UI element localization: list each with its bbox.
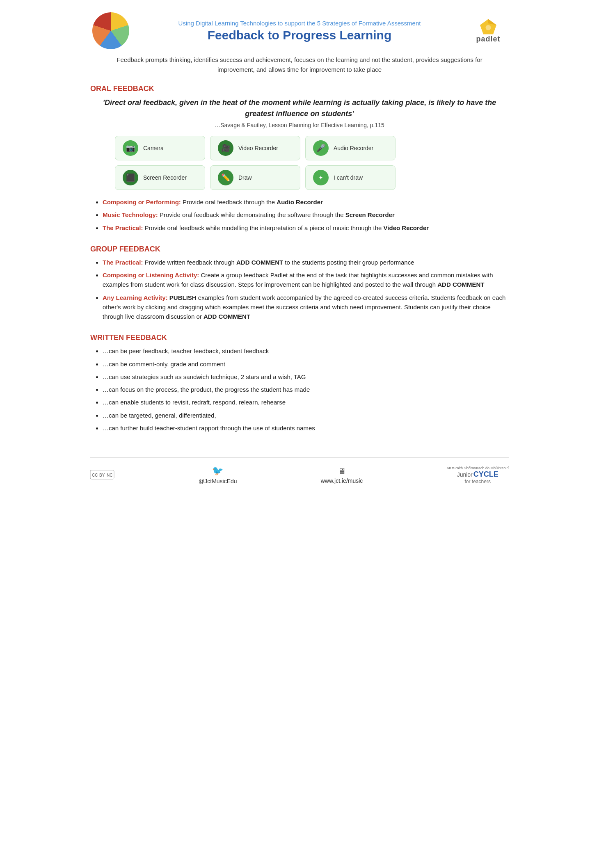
- bullet-highlight: Music Technology:: [103, 211, 158, 218]
- written-feedback-bullets: …can be peer feedback, teacher feedback,…: [103, 346, 509, 433]
- tool-camera-label: Camera: [143, 145, 164, 151]
- cant-draw-icon: ✦: [313, 170, 329, 185]
- header-subtitle: Using Digital Learning Technologies to s…: [139, 20, 460, 27]
- bullet-bold: ADD COMMENT: [236, 259, 283, 266]
- website-url: www.jct.ie/music: [321, 477, 363, 484]
- junior-label: Junior: [457, 471, 473, 478]
- screen-recorder-icon: ⬛: [123, 170, 138, 185]
- bullet-text: …can be peer feedback, teacher feedback,…: [103, 347, 269, 354]
- padlet-bird-icon: [478, 18, 498, 35]
- bullet-highlight: Composing or Listening Activity:: [103, 272, 199, 279]
- bullet-highlight: Composing or Performing:: [103, 199, 181, 206]
- bullet-bold: PUBLISH: [169, 294, 197, 301]
- list-item: Composing or Performing: Provide oral fe…: [103, 197, 509, 207]
- tool-audio-recorder-label: Audio Recorder: [334, 145, 373, 151]
- svg-text:NC: NC: [107, 473, 112, 477]
- written-feedback-heading: WRITTEN FEEDBACK: [90, 333, 509, 342]
- twitter-icon: 🐦: [212, 466, 223, 476]
- tool-camera: 📷 Camera: [115, 136, 205, 160]
- page: Using Digital Learning Technologies to s…: [74, 0, 525, 501]
- list-item: …can be peer feedback, teacher feedback,…: [103, 346, 509, 356]
- list-item: The Practical: Provide written feedback …: [103, 258, 509, 267]
- tool-draw: ✏️ Draw: [210, 165, 300, 190]
- svg-text:BY: BY: [99, 473, 105, 477]
- bullet-text: Provide written feedback through: [145, 259, 236, 266]
- quote-source: …Savage & Fautley, Lesson Planning for E…: [90, 122, 509, 128]
- bullet-bold2: ADD COMMENT: [203, 313, 250, 320]
- bullet-text: …can use strategies such as sandwich tec…: [103, 373, 306, 380]
- quote-block: 'Direct oral feedback, given in the heat…: [90, 97, 509, 128]
- intro-text: Feedback prompts thinking, identifies su…: [90, 55, 509, 75]
- oral-feedback-section: ORAL FEEDBACK 'Direct oral feedback, giv…: [90, 85, 509, 233]
- group-feedback-bullets: The Practical: Provide written feedback …: [103, 258, 509, 322]
- list-item: Any Learning Activity: PUBLISH examples …: [103, 293, 509, 322]
- cycle-label: CYCLE: [473, 470, 498, 479]
- tool-screen-recorder-label: Screen Recorder: [143, 174, 187, 181]
- quote-text: 'Direct oral feedback, given in the heat…: [90, 97, 509, 119]
- list-item: …can use strategies such as sandwich tec…: [103, 372, 509, 381]
- audio-recorder-icon: 🎤: [313, 140, 329, 156]
- pie-chart-logo: [92, 12, 129, 49]
- tool-draw-label: Draw: [238, 174, 252, 181]
- junior-small-text: An tSraith Shóisearach do Mhúinteoirí: [446, 466, 509, 470]
- tool-screen-recorder: ⬛ Screen Recorder: [115, 165, 205, 190]
- bullet-bold: Screen Recorder: [345, 211, 395, 218]
- video-recorder-icon: 🎥: [218, 140, 233, 156]
- bullet-highlight: The Practical:: [103, 259, 143, 266]
- tool-video-recorder: 🎥 Video Recorder: [210, 136, 300, 160]
- padlet-logo: padlet: [476, 18, 500, 43]
- list-item: …can focus on the process, the product, …: [103, 385, 509, 394]
- tool-cant-draw-label: I can't draw: [334, 174, 363, 181]
- draw-icon: ✏️: [218, 170, 233, 185]
- bullet-highlight: The Practical:: [103, 224, 143, 231]
- oral-feedback-bullets: Composing or Performing: Provide oral fe…: [103, 197, 509, 233]
- junior-cycle-branding: Junior CYCLE: [457, 470, 498, 479]
- tool-audio-recorder: 🎤 Audio Recorder: [305, 136, 396, 160]
- written-feedback-section: WRITTEN FEEDBACK …can be peer feedback, …: [90, 333, 509, 433]
- twitter-handle: @JctMusicEdu: [199, 478, 237, 484]
- footer-twitter: 🐦 @JctMusicEdu: [199, 466, 237, 484]
- bullet-bold: Audio Recorder: [277, 199, 323, 206]
- svg-point-2: [486, 25, 491, 30]
- list-item: …can further build teacher-student rappo…: [103, 423, 509, 433]
- tool-grid: 📷 Camera 🎥 Video Recorder 🎤 Audio Record…: [115, 136, 484, 190]
- list-item: Composing or Listening Activity: Create …: [103, 270, 509, 290]
- tool-cant-draw: ✦ I can't draw: [305, 165, 396, 190]
- logo-left: [90, 12, 131, 49]
- logo-right: padlet: [468, 18, 509, 43]
- website-icon: 🖥: [338, 466, 346, 476]
- oral-feedback-heading: ORAL FEEDBACK: [90, 85, 509, 93]
- list-item: …can enable students to revisit, redraft…: [103, 397, 509, 407]
- bullet-text: …can be comment-only, grade and comment: [103, 361, 225, 368]
- tool-video-recorder-label: Video Recorder: [238, 145, 278, 151]
- footer: CC BY NC 🐦 @JctMusicEdu 🖥 www.jct.ie/mus…: [90, 457, 509, 484]
- bullet-text: Provide oral feedback while modelling th…: [145, 224, 384, 231]
- for-teachers-label: for teachers: [465, 479, 491, 484]
- list-item: …can be comment-only, grade and comment: [103, 359, 509, 369]
- bullet-highlight: Any Learning Activity:: [103, 294, 168, 301]
- bullet-text: …can be targeted, general, differentiate…: [103, 412, 216, 419]
- bullet-text: Provide oral feedback through the: [183, 199, 277, 206]
- bullet-text: …can further build teacher-student rappo…: [103, 425, 315, 432]
- footer-website: 🖥 www.jct.ie/music: [321, 466, 363, 484]
- bullet-bold: ADD COMMENT: [437, 281, 484, 288]
- header: Using Digital Learning Technologies to s…: [90, 12, 509, 49]
- header-title: Feedback to Progress Learning: [139, 28, 460, 42]
- list-item: …can be targeted, general, differentiate…: [103, 411, 509, 420]
- camera-icon: 📷: [123, 140, 138, 156]
- footer-junior-cycle: An tSraith Shóisearach do Mhúinteoirí Ju…: [446, 466, 509, 484]
- bullet-text: …can enable students to revisit, redraft…: [103, 399, 286, 406]
- group-feedback-heading: GROUP FEEDBACK: [90, 245, 509, 254]
- cc-icon: CC BY NC: [90, 470, 115, 480]
- svg-text:CC: CC: [92, 473, 98, 477]
- cc-license: CC BY NC: [90, 470, 115, 480]
- padlet-label: padlet: [476, 35, 500, 43]
- list-item: The Practical: Provide oral feedback whi…: [103, 223, 509, 233]
- bullet-bold: Video Recorder: [384, 224, 429, 231]
- bullet-tail: to the students posting their group perf…: [285, 259, 414, 266]
- bullet-text: Provide oral feedback while demonstratin…: [160, 211, 345, 218]
- header-center: Using Digital Learning Technologies to s…: [131, 20, 468, 42]
- list-item: Music Technology: Provide oral feedback …: [103, 210, 509, 219]
- group-feedback-section: GROUP FEEDBACK The Practical: Provide wr…: [90, 245, 509, 322]
- bullet-text: …can focus on the process, the product, …: [103, 386, 310, 393]
